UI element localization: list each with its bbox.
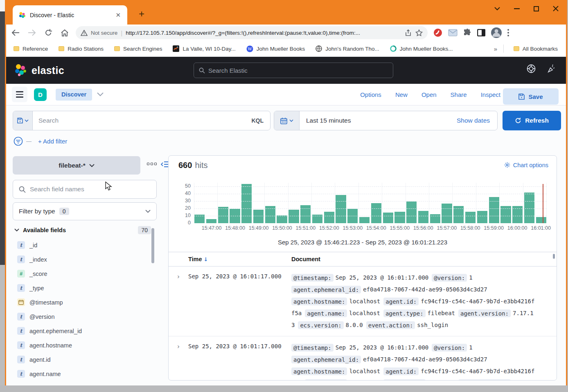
- histogram-bars[interactable]: [194, 183, 547, 223]
- histogram-bar[interactable]: [524, 192, 535, 223]
- histogram-bar[interactable]: [536, 217, 547, 223]
- histogram-bar[interactable]: [359, 217, 370, 223]
- field-item-agent.id[interactable]: tagent.id: [13, 352, 152, 367]
- fields-scrollbar[interactable]: [151, 228, 154, 263]
- field-item-_id[interactable]: t_id: [13, 238, 152, 252]
- share-icon[interactable]: [405, 29, 412, 36]
- breadcrumb[interactable]: Discover: [56, 89, 92, 101]
- histogram-bar[interactable]: [489, 197, 500, 223]
- calendar-button[interactable]: [274, 111, 300, 130]
- histogram-bar[interactable]: [418, 211, 429, 223]
- field-item-_index[interactable]: t_index: [13, 252, 152, 267]
- histogram-bar[interactable]: [206, 219, 217, 223]
- field-search-input[interactable]: Search field names: [13, 180, 157, 199]
- address-bar[interactable]: Not secure | http://172.105.7.150/app/di…: [76, 26, 428, 39]
- histogram-bar[interactable]: [300, 205, 311, 223]
- field-item-@version[interactable]: t@version: [13, 309, 152, 324]
- expand-row-icon[interactable]: ›: [169, 342, 188, 381]
- collapse-sidebar-icon[interactable]: [161, 161, 169, 168]
- kql-language-button[interactable]: KQL: [251, 117, 270, 124]
- field-item-agent.hostname[interactable]: tagent.hostname: [13, 338, 152, 352]
- table-scrollbar[interactable]: [553, 254, 555, 259]
- histogram-bar[interactable]: [324, 211, 335, 223]
- global-search-input[interactable]: Search Elastic: [194, 63, 393, 78]
- bookmark-item[interactable]: Radio Stations: [59, 46, 104, 52]
- chevron-down-icon[interactable]: [97, 92, 104, 96]
- histogram-bar[interactable]: [371, 203, 382, 223]
- bookmark-item[interactable]: John's Random Tho...: [316, 45, 379, 52]
- field-item-_type[interactable]: t_type: [13, 281, 152, 295]
- histogram-bar[interactable]: [465, 211, 476, 223]
- kql-search-input[interactable]: Search: [33, 117, 251, 124]
- browser-tab[interactable]: Discover - Elastic ✕: [13, 5, 127, 25]
- histogram-bar[interactable]: [288, 209, 299, 223]
- bookmarks-overflow-icon[interactable]: »: [494, 45, 497, 52]
- window-chevron-icon[interactable]: [494, 7, 500, 11]
- histogram-bar[interactable]: [253, 209, 264, 223]
- expand-row-icon[interactable]: ›: [169, 272, 188, 331]
- not-secure-label[interactable]: Not secure: [91, 30, 117, 36]
- add-filter-link[interactable]: + Add filter: [38, 138, 67, 145]
- bookmark-all-bookmarks[interactable]: All Bookmarks: [514, 46, 558, 52]
- speedtest-extension-icon[interactable]: [433, 28, 442, 37]
- window-close-icon[interactable]: [553, 6, 559, 11]
- field-options-icon[interactable]: [147, 163, 157, 165]
- mail-extension-icon[interactable]: [448, 29, 458, 36]
- bookmark-item[interactable]: WJohn Mueller Books: [246, 45, 305, 52]
- elastic-logo[interactable]: elastic: [14, 63, 64, 77]
- histogram-bar[interactable]: [406, 201, 417, 223]
- reload-icon[interactable]: [41, 26, 55, 40]
- show-dates-link[interactable]: Show dates: [457, 117, 497, 124]
- saved-query-button[interactable]: [13, 111, 33, 130]
- histogram-bar[interactable]: [477, 211, 488, 223]
- toolbar-link-share[interactable]: Share: [451, 91, 467, 98]
- url-text[interactable]: http://172.105.7.150/app/discover#/?_g=(…: [126, 30, 401, 36]
- filter-by-type-dropdown[interactable]: Filter by type 0: [13, 202, 157, 220]
- field-item-agent.name[interactable]: tagent.name: [13, 367, 152, 381]
- refresh-button[interactable]: Refresh: [503, 111, 561, 130]
- extensions-puzzle-icon[interactable]: [463, 29, 471, 37]
- back-icon[interactable]: [9, 26, 23, 40]
- save-button[interactable]: Save: [503, 88, 559, 105]
- forward-icon[interactable]: [25, 26, 39, 40]
- histogram-bar[interactable]: [394, 211, 405, 223]
- toolbar-link-options[interactable]: Options: [360, 91, 381, 98]
- toolbar-link-new[interactable]: New: [395, 91, 408, 98]
- nav-menu-icon[interactable]: [12, 87, 27, 102]
- index-pattern-selector[interactable]: filebeat-*: [13, 156, 140, 175]
- help-lifebuoy-icon[interactable]: [527, 64, 536, 73]
- histogram-bar[interactable]: [335, 195, 346, 223]
- available-fields-header[interactable]: Available fields 70: [14, 226, 157, 234]
- histogram-bar[interactable]: [276, 215, 287, 223]
- chart-options-button[interactable]: Chart options: [504, 162, 548, 168]
- toolbar-link-inspect[interactable]: Inspect: [481, 91, 500, 98]
- column-time[interactable]: Time↓: [188, 256, 291, 262]
- new-tab-button[interactable]: +: [135, 7, 148, 20]
- histogram-bar[interactable]: [441, 203, 452, 223]
- profile-avatar[interactable]: [491, 27, 502, 38]
- histogram-bar[interactable]: [430, 214, 441, 223]
- bookmark-item[interactable]: La Valle, WI 10-Day...: [173, 45, 235, 52]
- window-minimize-icon[interactable]: [514, 8, 520, 9]
- histogram-chart[interactable]: 0102030405015:47:0015:48:0015:49:0015:50…: [194, 183, 547, 223]
- bookmark-item[interactable]: Reference: [14, 46, 48, 52]
- bookmark-star-icon[interactable]: [415, 29, 423, 36]
- time-range-value[interactable]: Last 15 minutes: [300, 117, 457, 124]
- side-panel-icon[interactable]: [477, 29, 485, 36]
- field-item-_score[interactable]: #_score: [13, 267, 152, 281]
- browser-menu-icon[interactable]: [507, 29, 509, 36]
- table-row[interactable]: ›Sep 25, 2023 @ 16:01:17.000@timestamp:S…: [169, 336, 557, 381]
- filter-icon[interactable]: [14, 137, 23, 146]
- histogram-bar[interactable]: [218, 206, 229, 223]
- table-row[interactable]: ›Sep 25, 2023 @ 16:01:17.000@timestamp:S…: [169, 267, 557, 336]
- tab-close-icon[interactable]: ✕: [113, 11, 123, 20]
- bookmark-item[interactable]: John Mueller Books...: [390, 45, 453, 52]
- field-item-agent.ephemeral_id[interactable]: tagent.ephemeral_id: [13, 324, 152, 338]
- window-maximize-icon[interactable]: [534, 6, 539, 11]
- home-icon[interactable]: [58, 26, 72, 40]
- field-item-@timestamp[interactable]: @timestamp: [13, 295, 152, 309]
- toolbar-link-open[interactable]: Open: [421, 91, 437, 98]
- whats-new-party-icon[interactable]: [547, 64, 556, 73]
- bookmark-item[interactable]: Search Engines: [114, 46, 162, 52]
- space-avatar[interactable]: D: [34, 88, 47, 101]
